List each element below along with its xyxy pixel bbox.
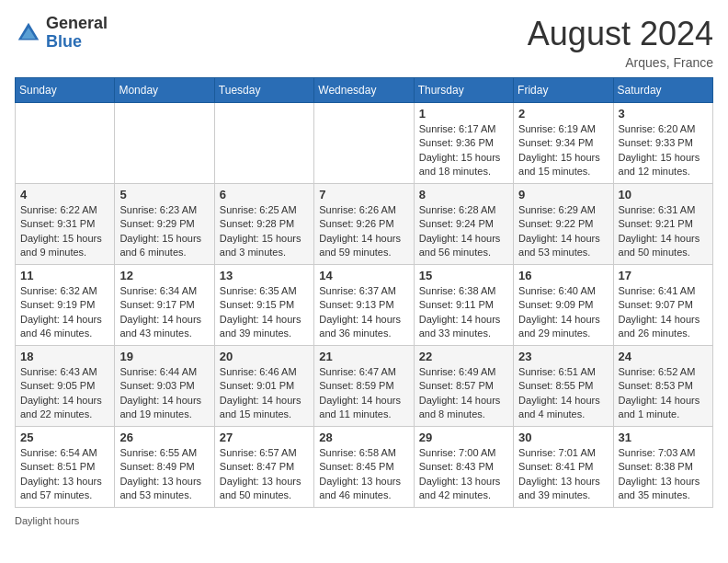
day-info: Sunrise: 6:34 AM Sunset: 9:17 PM Dayligh… bbox=[119, 284, 209, 341]
calendar-cell: 29Sunrise: 7:00 AM Sunset: 8:43 PM Dayli… bbox=[414, 427, 513, 508]
calendar-cell bbox=[115, 103, 214, 184]
day-number: 30 bbox=[518, 431, 608, 444]
day-info: Sunrise: 6:25 AM Sunset: 9:28 PM Dayligh… bbox=[220, 203, 309, 260]
calendar-cell: 23Sunrise: 6:51 AM Sunset: 8:55 PM Dayli… bbox=[514, 346, 613, 427]
day-info: Sunrise: 6:58 AM Sunset: 8:45 PM Dayligh… bbox=[319, 446, 408, 503]
calendar-week-row: 18Sunrise: 6:43 AM Sunset: 9:05 PM Dayli… bbox=[16, 346, 713, 427]
calendar-cell: 16Sunrise: 6:40 AM Sunset: 9:09 PM Dayli… bbox=[514, 265, 613, 346]
calendar-cell: 10Sunrise: 6:31 AM Sunset: 9:21 PM Dayli… bbox=[613, 184, 712, 265]
day-number: 26 bbox=[119, 431, 209, 444]
day-info: Sunrise: 6:28 AM Sunset: 9:24 PM Dayligh… bbox=[419, 203, 508, 260]
calendar-cell: 5Sunrise: 6:23 AM Sunset: 9:29 PM Daylig… bbox=[115, 184, 214, 265]
day-of-week-header: Tuesday bbox=[214, 78, 313, 103]
day-number: 14 bbox=[319, 269, 408, 282]
day-info: Sunrise: 6:35 AM Sunset: 9:15 PM Dayligh… bbox=[220, 284, 309, 341]
day-number: 9 bbox=[518, 188, 608, 201]
calendar-cell: 28Sunrise: 6:58 AM Sunset: 8:45 PM Dayli… bbox=[314, 427, 414, 508]
day-number: 11 bbox=[20, 269, 109, 282]
day-info: Sunrise: 6:31 AM Sunset: 9:21 PM Dayligh… bbox=[619, 203, 708, 260]
day-number: 19 bbox=[119, 350, 209, 363]
logo-icon bbox=[15, 19, 42, 47]
daylight-label: Daylight hours bbox=[15, 515, 79, 526]
day-number: 29 bbox=[419, 431, 508, 444]
calendar-cell: 30Sunrise: 7:01 AM Sunset: 8:41 PM Dayli… bbox=[514, 427, 613, 508]
calendar-week-row: 1Sunrise: 6:17 AM Sunset: 9:36 PM Daylig… bbox=[16, 103, 713, 184]
month-year: August 2024 bbox=[528, 15, 713, 53]
day-info: Sunrise: 6:32 AM Sunset: 9:19 PM Dayligh… bbox=[20, 284, 109, 341]
day-info: Sunrise: 6:51 AM Sunset: 8:55 PM Dayligh… bbox=[518, 365, 608, 422]
calendar-cell bbox=[214, 103, 313, 184]
day-of-week-header: Thursday bbox=[414, 78, 513, 103]
day-info: Sunrise: 6:23 AM Sunset: 9:29 PM Dayligh… bbox=[119, 203, 209, 260]
day-info: Sunrise: 6:19 AM Sunset: 9:34 PM Dayligh… bbox=[518, 122, 608, 179]
day-info: Sunrise: 6:55 AM Sunset: 8:49 PM Dayligh… bbox=[119, 446, 209, 503]
day-number: 2 bbox=[518, 107, 608, 121]
day-number: 22 bbox=[419, 350, 508, 363]
calendar-cell: 20Sunrise: 6:46 AM Sunset: 9:01 PM Dayli… bbox=[214, 346, 313, 427]
day-number: 5 bbox=[119, 188, 209, 201]
day-number: 8 bbox=[419, 188, 508, 201]
day-info: Sunrise: 6:54 AM Sunset: 8:51 PM Dayligh… bbox=[20, 446, 109, 503]
day-number: 12 bbox=[119, 269, 209, 282]
calendar-cell bbox=[16, 103, 115, 184]
day-number: 27 bbox=[220, 431, 309, 444]
day-of-week-header: Saturday bbox=[613, 78, 712, 103]
calendar-header: SundayMondayTuesdayWednesdayThursdayFrid… bbox=[16, 78, 713, 103]
calendar-cell: 13Sunrise: 6:35 AM Sunset: 9:15 PM Dayli… bbox=[214, 265, 313, 346]
day-number: 1 bbox=[419, 107, 508, 121]
day-number: 4 bbox=[20, 188, 109, 201]
day-info: Sunrise: 6:52 AM Sunset: 8:53 PM Dayligh… bbox=[619, 365, 708, 422]
title-block: August 2024 Arques, France bbox=[528, 15, 713, 70]
day-number: 18 bbox=[20, 350, 109, 363]
day-of-week-header: Wednesday bbox=[314, 78, 414, 103]
day-info: Sunrise: 6:40 AM Sunset: 9:09 PM Dayligh… bbox=[518, 284, 608, 341]
day-info: Sunrise: 6:38 AM Sunset: 9:11 PM Dayligh… bbox=[419, 284, 508, 341]
calendar-cell: 7Sunrise: 6:26 AM Sunset: 9:26 PM Daylig… bbox=[314, 184, 414, 265]
calendar-cell: 8Sunrise: 6:28 AM Sunset: 9:24 PM Daylig… bbox=[414, 184, 513, 265]
calendar-cell: 2Sunrise: 6:19 AM Sunset: 9:34 PM Daylig… bbox=[514, 103, 613, 184]
calendar-cell: 19Sunrise: 6:44 AM Sunset: 9:03 PM Dayli… bbox=[115, 346, 214, 427]
day-of-week-header: Sunday bbox=[16, 78, 115, 103]
day-number: 20 bbox=[220, 350, 309, 363]
day-info: Sunrise: 6:47 AM Sunset: 8:59 PM Dayligh… bbox=[319, 365, 408, 422]
day-info: Sunrise: 7:03 AM Sunset: 8:38 PM Dayligh… bbox=[619, 446, 708, 503]
calendar-cell: 15Sunrise: 6:38 AM Sunset: 9:11 PM Dayli… bbox=[414, 265, 513, 346]
logo-general-text: General bbox=[46, 15, 108, 33]
day-number: 3 bbox=[619, 107, 708, 121]
calendar-cell: 27Sunrise: 6:57 AM Sunset: 8:47 PM Dayli… bbox=[214, 427, 313, 508]
calendar-cell: 17Sunrise: 6:41 AM Sunset: 9:07 PM Dayli… bbox=[613, 265, 712, 346]
calendar-cell: 24Sunrise: 6:52 AM Sunset: 8:53 PM Dayli… bbox=[613, 346, 712, 427]
calendar-table: SundayMondayTuesdayWednesdayThursdayFrid… bbox=[15, 77, 713, 508]
day-number: 13 bbox=[220, 269, 309, 282]
calendar-cell: 4Sunrise: 6:22 AM Sunset: 9:31 PM Daylig… bbox=[16, 184, 115, 265]
calendar-week-row: 25Sunrise: 6:54 AM Sunset: 8:51 PM Dayli… bbox=[16, 427, 713, 508]
day-info: Sunrise: 7:01 AM Sunset: 8:41 PM Dayligh… bbox=[518, 446, 608, 503]
calendar-cell: 12Sunrise: 6:34 AM Sunset: 9:17 PM Dayli… bbox=[115, 265, 214, 346]
day-number: 28 bbox=[319, 431, 408, 444]
calendar-cell: 9Sunrise: 6:29 AM Sunset: 9:22 PM Daylig… bbox=[514, 184, 613, 265]
day-number: 15 bbox=[419, 269, 508, 282]
calendar-cell: 14Sunrise: 6:37 AM Sunset: 9:13 PM Dayli… bbox=[314, 265, 414, 346]
calendar-body: 1Sunrise: 6:17 AM Sunset: 9:36 PM Daylig… bbox=[16, 103, 713, 508]
page-header: General Blue August 2024 Arques, France bbox=[15, 15, 713, 70]
logo-blue-text: Blue bbox=[46, 33, 108, 52]
day-info: Sunrise: 6:57 AM Sunset: 8:47 PM Dayligh… bbox=[220, 446, 309, 503]
day-info: Sunrise: 6:43 AM Sunset: 9:05 PM Dayligh… bbox=[20, 365, 109, 422]
day-number: 31 bbox=[619, 431, 708, 444]
day-number: 24 bbox=[619, 350, 708, 363]
day-info: Sunrise: 6:26 AM Sunset: 9:26 PM Dayligh… bbox=[319, 203, 408, 260]
day-number: 6 bbox=[220, 188, 309, 201]
day-info: Sunrise: 6:46 AM Sunset: 9:01 PM Dayligh… bbox=[220, 365, 309, 422]
calendar-week-row: 4Sunrise: 6:22 AM Sunset: 9:31 PM Daylig… bbox=[16, 184, 713, 265]
calendar-cell: 21Sunrise: 6:47 AM Sunset: 8:59 PM Dayli… bbox=[314, 346, 414, 427]
day-info: Sunrise: 7:00 AM Sunset: 8:43 PM Dayligh… bbox=[419, 446, 508, 503]
calendar-cell: 25Sunrise: 6:54 AM Sunset: 8:51 PM Dayli… bbox=[16, 427, 115, 508]
calendar-cell: 11Sunrise: 6:32 AM Sunset: 9:19 PM Dayli… bbox=[16, 265, 115, 346]
day-info: Sunrise: 6:29 AM Sunset: 9:22 PM Dayligh… bbox=[518, 203, 608, 260]
logo-text: General Blue bbox=[46, 15, 108, 52]
day-number: 23 bbox=[518, 350, 608, 363]
day-info: Sunrise: 6:17 AM Sunset: 9:36 PM Dayligh… bbox=[419, 122, 508, 179]
calendar-cell: 22Sunrise: 6:49 AM Sunset: 8:57 PM Dayli… bbox=[414, 346, 513, 427]
calendar-week-row: 11Sunrise: 6:32 AM Sunset: 9:19 PM Dayli… bbox=[16, 265, 713, 346]
day-number: 7 bbox=[319, 188, 408, 201]
